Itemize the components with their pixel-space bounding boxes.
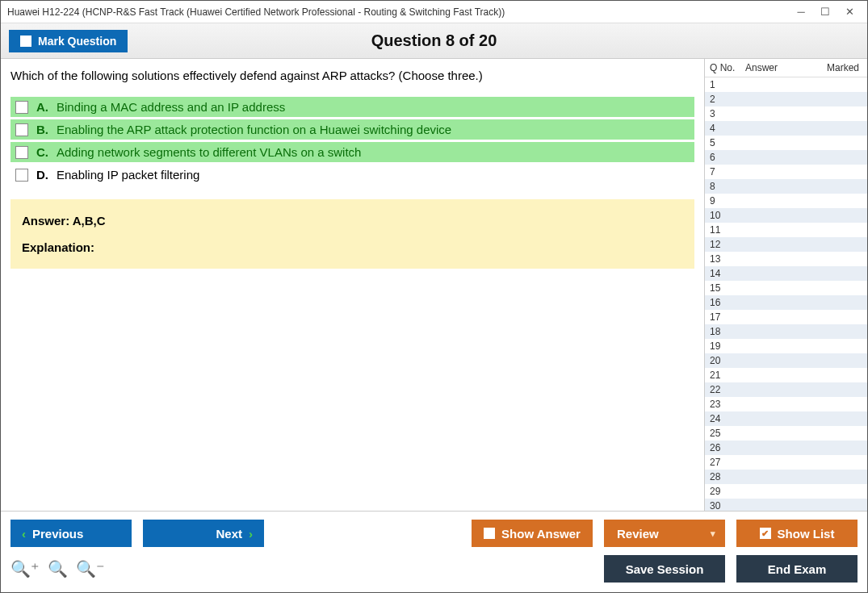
zoom-in-icon[interactable]: 🔍⁺ xyxy=(10,559,40,578)
option-checkbox[interactable] xyxy=(15,123,28,136)
show-answer-checkbox-icon xyxy=(484,528,495,539)
row-qno: 2 xyxy=(710,94,745,105)
question-row[interactable]: 26 xyxy=(705,441,867,455)
row-qno: 18 xyxy=(710,326,745,337)
question-row[interactable]: 15 xyxy=(705,281,867,295)
end-exam-button[interactable]: End Exam xyxy=(736,555,858,583)
question-row[interactable]: 16 xyxy=(705,295,867,310)
zoom-reset-icon[interactable]: 🔍 xyxy=(48,559,68,578)
answer-box: Answer: A,B,C Explanation: xyxy=(10,199,694,269)
window-title: Huawei H12-224 (HCNP-R&S Fast Track (Hua… xyxy=(7,6,796,18)
col-marked: Marked xyxy=(817,62,862,73)
sidebar-list[interactable]: 1234567891011121314151617181920212223242… xyxy=(705,77,867,511)
question-row[interactable]: 3 xyxy=(705,106,867,121)
footer: ‹ Previous Next › Show Answer Review ▾ ✔… xyxy=(1,511,867,592)
minimize-icon[interactable]: ─ xyxy=(796,7,806,17)
question-row[interactable]: 1 xyxy=(705,77,867,92)
question-row[interactable]: 4 xyxy=(705,121,867,136)
previous-label: Previous xyxy=(32,527,83,541)
question-row[interactable]: 2 xyxy=(705,92,867,106)
show-list-check-icon: ✔ xyxy=(760,528,771,539)
options-list: A.Binding a MAC address and an IP addres… xyxy=(10,97,694,185)
option-text: Enabling the ARP attack protection funct… xyxy=(57,123,451,136)
question-row[interactable]: 19 xyxy=(705,339,867,353)
previous-button[interactable]: ‹ Previous xyxy=(10,520,132,547)
option-checkbox[interactable] xyxy=(15,146,28,159)
question-row[interactable]: 13 xyxy=(705,252,867,266)
save-session-button[interactable]: Save Session xyxy=(604,555,725,583)
row-qno: 29 xyxy=(710,486,745,497)
question-row[interactable]: 12 xyxy=(705,237,867,252)
option-D[interactable]: D.Enabling IP packet filtering xyxy=(10,165,694,185)
question-panel: Which of the following solutions effecti… xyxy=(1,59,704,511)
row-qno: 12 xyxy=(710,239,745,250)
question-row[interactable]: 10 xyxy=(705,208,867,223)
question-row[interactable]: 22 xyxy=(705,382,867,397)
question-row[interactable]: 17 xyxy=(705,310,867,324)
question-row[interactable]: 20 xyxy=(705,353,867,368)
option-text: Enabling IP packet filtering xyxy=(57,168,199,182)
save-session-label: Save Session xyxy=(626,562,704,576)
show-answer-button[interactable]: Show Answer xyxy=(472,520,593,547)
explanation-label: Explanation: xyxy=(22,240,683,254)
answer-line: Answer: A,B,C xyxy=(22,214,683,228)
question-row[interactable]: 8 xyxy=(705,179,867,194)
row-qno: 13 xyxy=(710,253,745,265)
row-qno: 22 xyxy=(710,384,745,395)
show-list-button[interactable]: ✔ Show List xyxy=(736,520,858,547)
row-qno: 23 xyxy=(710,399,745,410)
question-row[interactable]: 29 xyxy=(705,484,867,499)
chevron-left-icon: ‹ xyxy=(22,527,26,541)
question-row[interactable]: 9 xyxy=(705,194,867,208)
question-row[interactable]: 30 xyxy=(705,499,867,511)
row-qno: 16 xyxy=(710,297,745,308)
header: Mark Question Question 8 of 20 xyxy=(1,23,867,59)
row-qno: 17 xyxy=(710,311,745,323)
zoom-controls: 🔍⁺ 🔍 🔍⁻ xyxy=(10,559,105,578)
chevron-down-icon: ▾ xyxy=(711,528,715,539)
row-qno: 7 xyxy=(710,166,745,177)
maximize-icon[interactable]: ☐ xyxy=(820,7,830,17)
close-icon[interactable]: ✕ xyxy=(845,7,854,17)
option-checkbox[interactable] xyxy=(15,101,28,114)
question-row[interactable]: 18 xyxy=(705,324,867,339)
row-qno: 8 xyxy=(710,181,745,192)
question-row[interactable]: 25 xyxy=(705,426,867,441)
question-row[interactable]: 7 xyxy=(705,165,867,179)
titlebar: Huawei H12-224 (HCNP-R&S Fast Track (Hua… xyxy=(1,1,867,23)
option-checkbox[interactable] xyxy=(15,169,28,182)
question-row[interactable]: 14 xyxy=(705,266,867,281)
row-qno: 26 xyxy=(710,442,745,453)
row-qno: 20 xyxy=(710,355,745,366)
row-qno: 4 xyxy=(710,123,745,134)
body: Which of the following solutions effecti… xyxy=(1,59,867,511)
question-row[interactable]: 6 xyxy=(705,150,867,165)
option-letter: C. xyxy=(36,145,48,159)
row-qno: 5 xyxy=(710,137,745,148)
option-A[interactable]: A.Binding a MAC address and an IP addres… xyxy=(10,97,694,117)
row-qno: 28 xyxy=(710,471,745,482)
next-label: Next xyxy=(216,527,242,541)
option-C[interactable]: C.Adding network segments to different V… xyxy=(10,142,694,162)
option-text: Binding a MAC address and an IP address xyxy=(57,100,285,114)
option-B[interactable]: B.Enabling the ARP attack protection fun… xyxy=(10,119,694,140)
question-row[interactable]: 21 xyxy=(705,368,867,382)
row-qno: 30 xyxy=(710,500,745,511)
row-qno: 6 xyxy=(710,152,745,163)
sidebar-header: Q No. Answer Marked xyxy=(705,59,867,77)
review-button[interactable]: Review ▾ xyxy=(604,520,725,547)
question-row[interactable]: 5 xyxy=(705,136,867,150)
review-label: Review xyxy=(617,527,659,541)
question-row[interactable]: 11 xyxy=(705,223,867,237)
mark-question-button[interactable]: Mark Question xyxy=(9,30,128,52)
question-row[interactable]: 27 xyxy=(705,455,867,470)
row-qno: 24 xyxy=(710,413,745,424)
zoom-out-icon[interactable]: 🔍⁻ xyxy=(76,559,105,578)
question-row[interactable]: 24 xyxy=(705,411,867,426)
next-button[interactable]: Next › xyxy=(143,520,264,547)
show-list-label: Show List xyxy=(778,527,835,541)
question-row[interactable]: 28 xyxy=(705,470,867,484)
mark-checkbox-icon xyxy=(20,35,31,47)
col-answer: Answer xyxy=(745,62,817,73)
question-row[interactable]: 23 xyxy=(705,397,867,411)
